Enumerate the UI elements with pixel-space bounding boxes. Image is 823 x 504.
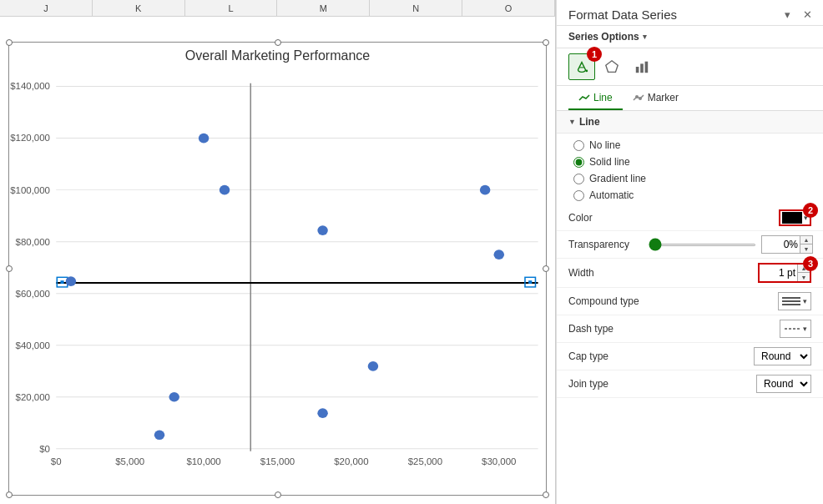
svg-point-34 <box>368 361 378 371</box>
dash-type-label: Dash type <box>568 323 775 335</box>
icon-toolbar: 1 <box>557 48 823 86</box>
svg-point-30 <box>220 185 230 195</box>
panel-header: Format Data Series ▾ ✕ <box>557 0 823 26</box>
svg-point-36 <box>480 185 490 195</box>
color-label: Color <box>568 212 774 224</box>
panel-title: Format Data Series <box>568 8 677 22</box>
width-label: Width <box>568 267 753 279</box>
section-line-header[interactable]: ▼ Line <box>557 111 823 134</box>
color-swatch <box>782 212 802 224</box>
dash-type-label-text: Dash type <box>568 323 613 335</box>
line-radio-group: No line Solid line Gradient line Automat… <box>557 134 823 205</box>
series-options-bar[interactable]: Series Options ▾ <box>557 26 823 48</box>
join-type-select[interactable]: Round Bevel Miter <box>757 375 810 392</box>
width-down[interactable]: ▼ <box>798 273 810 281</box>
svg-text:$0: $0 <box>39 444 50 454</box>
col-k: K <box>93 0 185 16</box>
svg-text:$5,000: $5,000 <box>115 457 144 467</box>
svg-text:$25,000: $25,000 <box>408 457 442 467</box>
transparency-down[interactable]: ▼ <box>800 244 812 253</box>
tab-row: Line Marker <box>557 86 823 111</box>
transparency-slider[interactable] <box>649 244 756 246</box>
compound-type-label: Compound type <box>568 295 773 307</box>
compound-type-row: Compound type ▾ <box>557 288 823 315</box>
tab-line-label: Line <box>593 92 613 103</box>
tab-marker[interactable]: Marker <box>623 86 689 110</box>
col-m: M <box>277 0 370 16</box>
transparency-input[interactable] <box>762 236 800 253</box>
format-data-series-panel: Format Data Series ▾ ✕ Series Options ▾ … <box>556 0 823 504</box>
svg-text:$30,000: $30,000 <box>482 457 516 467</box>
transparency-label: Transparency <box>568 239 644 250</box>
svg-point-39 <box>586 70 588 73</box>
svg-rect-43 <box>645 62 649 73</box>
no-line-label: No line <box>589 139 620 151</box>
transparency-up[interactable]: ▲ <box>800 236 812 244</box>
dash-type-row: Dash type ▾ <box>557 315 823 343</box>
panel-close-icon[interactable]: ✕ <box>800 7 815 22</box>
svg-text:$40,000: $40,000 <box>16 340 50 350</box>
svg-marker-40 <box>606 61 618 73</box>
svg-text:$10,000: $10,000 <box>186 457 220 467</box>
color-label-text: Color <box>568 212 593 224</box>
svg-text:$80,000: $80,000 <box>16 237 50 247</box>
col-j: J <box>0 0 93 16</box>
join-type-label-text: Join type <box>568 378 608 390</box>
radio-automatic[interactable]: Automatic <box>573 187 811 204</box>
svg-rect-42 <box>640 63 644 73</box>
col-l: L <box>185 0 278 16</box>
radio-no-line[interactable]: No line <box>573 137 811 154</box>
svg-point-45 <box>639 97 642 100</box>
badge-1: 1 <box>587 47 602 62</box>
svg-point-35 <box>317 408 327 418</box>
panel-dropdown-icon[interactable]: ▾ <box>780 7 795 22</box>
svg-text:$120,000: $120,000 <box>10 134 50 144</box>
compound-type-control: ▾ <box>778 292 811 310</box>
chart-svg: $140,000 $120,000 $100,000 $80,000 $60,0… <box>8 75 547 496</box>
dash-type-select-wrap[interactable]: ▾ <box>780 320 811 338</box>
svg-text:$15,000: $15,000 <box>260 457 295 467</box>
section-triangle: ▼ <box>568 118 576 126</box>
radio-gradient-line[interactable]: Gradient line <box>573 170 811 187</box>
join-type-select-wrap[interactable]: Round Bevel Miter <box>756 375 811 393</box>
width-input[interactable] <box>760 265 797 281</box>
section-line-label: Line <box>579 116 600 128</box>
width-control: ▲ ▼ 3 <box>758 263 811 283</box>
join-type-row: Join type Round Bevel Miter <box>557 370 823 398</box>
transparency-value-wrap: ▲ ▼ <box>761 235 813 254</box>
compound-type-label-text: Compound type <box>568 295 639 307</box>
panel-header-icons: ▾ ✕ <box>780 7 815 22</box>
bar-chart-icon-btn[interactable] <box>629 53 655 80</box>
automatic-label: Automatic <box>589 189 634 201</box>
svg-text:$140,000: $140,000 <box>10 82 50 92</box>
badge-3: 3 <box>803 256 818 271</box>
width-row: Width ▲ ▼ 3 <box>557 259 823 288</box>
tab-line[interactable]: Line <box>568 86 623 110</box>
compound-type-select-wrap[interactable]: ▾ <box>778 292 811 310</box>
svg-point-32 <box>169 392 179 402</box>
join-type-control: Round Bevel Miter <box>756 375 811 393</box>
svg-point-44 <box>635 95 639 98</box>
join-type-label: Join type <box>568 378 751 390</box>
cap-type-select[interactable]: Round Square Flat <box>755 348 810 365</box>
svg-rect-41 <box>636 67 639 73</box>
transparency-spinner: ▲ ▼ <box>800 236 812 253</box>
svg-point-31 <box>154 430 164 440</box>
svg-text:$20,000: $20,000 <box>16 392 50 402</box>
cap-type-label-text: Cap type <box>568 350 608 362</box>
radio-solid-line[interactable]: Solid line <box>573 154 811 170</box>
series-options-label: Series Options <box>568 31 639 43</box>
svg-point-38 <box>66 276 76 286</box>
cap-type-select-wrap[interactable]: Round Square Flat <box>754 347 811 365</box>
series-options-arrow: ▾ <box>643 33 647 41</box>
svg-point-33 <box>317 225 327 235</box>
svg-text:$100,000: $100,000 <box>10 185 50 195</box>
color-control: ▾ 2 <box>779 209 811 226</box>
chart-area[interactable]: Overall Marketing Performance $140,000 $… <box>0 17 555 504</box>
cap-type-label: Cap type <box>568 350 749 362</box>
svg-rect-21 <box>528 280 532 284</box>
column-headers: J K L M N O <box>0 0 555 17</box>
gradient-line-label: Gradient line <box>589 173 646 184</box>
shape-icon-btn[interactable] <box>598 53 625 80</box>
col-n: N <box>370 0 462 16</box>
